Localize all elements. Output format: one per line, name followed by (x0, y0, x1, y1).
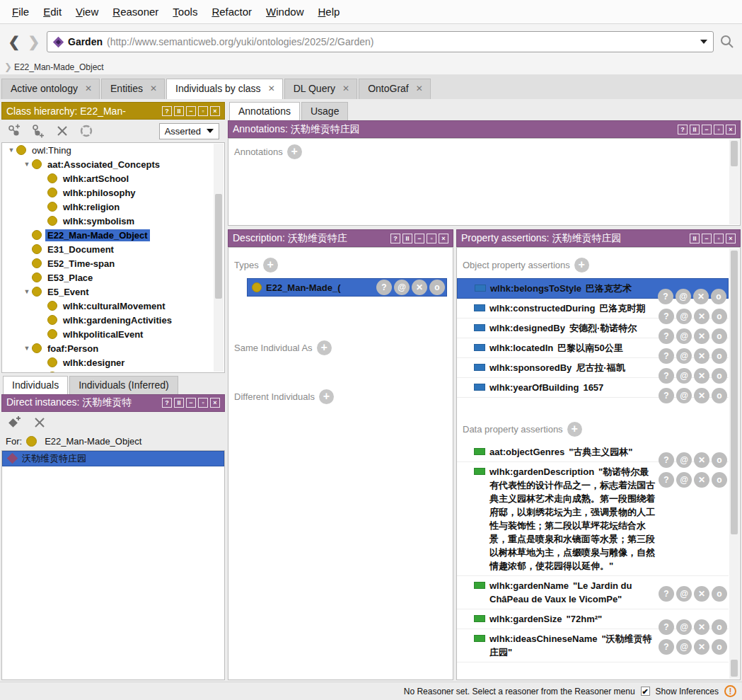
tree-row[interactable]: wlhkpoliticalEvent (2, 327, 224, 341)
tree-row[interactable]: ▼aat:Associated_Concepts (2, 157, 224, 171)
add-sibling-class-icon[interactable] (31, 124, 45, 138)
data-assertion-row[interactable]: aat:objectGenres"古典主义园林"?@✕o (457, 442, 729, 462)
float-icon[interactable]: ▫ (714, 234, 724, 243)
add-different-individuals-button[interactable]: + (319, 389, 334, 404)
expand-arrow-icon[interactable]: ▼ (22, 345, 32, 352)
show-inferences-checkbox[interactable]: ✔ (641, 687, 650, 696)
tab-usage[interactable]: Usage (301, 102, 348, 120)
close-icon[interactable]: × (726, 234, 736, 243)
warning-icon[interactable]: ! (724, 685, 736, 697)
ring-button[interactable]: o (712, 639, 727, 655)
edit-annotation-button[interactable]: ? (659, 639, 674, 655)
split-horizontal-icon[interactable]: − (415, 234, 424, 243)
close-icon[interactable]: × (210, 398, 220, 408)
object-assertion-row[interactable]: wlhk:designedBy安德烈·勒诺特尔?@✕o (457, 319, 729, 338)
search-icon[interactable] (719, 34, 735, 50)
class-tree-scrollbar[interactable] (214, 144, 224, 372)
add-annotation-button[interactable]: + (287, 144, 302, 159)
split-horizontal-icon[interactable]: − (702, 234, 712, 243)
ring-button[interactable]: o (712, 586, 727, 602)
close-icon[interactable]: × (210, 106, 220, 116)
menu-file[interactable]: File (6, 3, 35, 21)
tree-row[interactable]: wlhk:gardeningActivities (2, 313, 224, 327)
at-button[interactable]: @ (676, 639, 692, 655)
delete-row-button[interactable]: ✕ (694, 586, 709, 602)
help-icon[interactable]: ? (678, 125, 688, 134)
ring-button[interactable]: o (712, 472, 727, 488)
data-assertion-row[interactable]: wlhk:gardenName"Le Jardin du ChâPeau de … (457, 576, 729, 609)
object-assertion-row[interactable]: wlhk:sponsoredBy尼古拉·福凯?@✕o (457, 358, 729, 378)
split-horizontal-icon[interactable]: − (186, 398, 196, 408)
close-icon[interactable]: × (439, 234, 448, 243)
object-assertion-row[interactable]: wlhk:yearOfBuilding1657?@✕o (457, 378, 729, 398)
ontology-iri-combobox[interactable]: Garden (http://www.semanticweb.org/yuki/… (47, 31, 714, 52)
delete-individual-icon[interactable] (33, 415, 47, 430)
hierarchy-mode-select[interactable]: Asserted (159, 123, 219, 139)
edit-annotation-button[interactable]: ? (659, 586, 674, 602)
object-assertion-row[interactable]: wlhk:constructedDuring巴洛克时期?@✕o (457, 299, 729, 319)
edit-annotation-button[interactable]: ? (659, 472, 674, 488)
close-icon[interactable]: × (726, 125, 736, 134)
add-type-button[interactable]: + (263, 258, 278, 272)
close-tab-icon[interactable]: ✕ (85, 84, 92, 93)
float-icon[interactable]: ▫ (714, 125, 724, 134)
delete-row-button[interactable]: ✕ (694, 388, 709, 403)
tab-individuals[interactable]: Individuals (3, 376, 68, 394)
breadcrumb-label[interactable]: E22_Man-Made_Object (14, 62, 104, 72)
menu-help[interactable]: Help (311, 3, 346, 21)
split-horizontal-icon[interactable]: − (702, 125, 712, 134)
close-tab-icon[interactable]: ✕ (268, 84, 275, 93)
main-tab-individuals-by-class[interactable]: Individuals by class✕ (166, 79, 283, 99)
menu-refactor[interactable]: Refactor (205, 3, 258, 21)
tree-row[interactable]: wlhk:religion (2, 200, 224, 214)
data-assertion-row[interactable]: wlhk:gardenSize"72hm²"?@✕o (457, 609, 729, 629)
help-icon[interactable]: ? (162, 106, 172, 116)
object-assertion-row[interactable]: wlhk:belongsToStyle巴洛克艺术?@✕o (457, 278, 729, 299)
close-tab-icon[interactable]: ✕ (416, 84, 423, 93)
split-vertical-icon[interactable]: II (690, 234, 700, 243)
delete-class-icon[interactable] (55, 124, 69, 138)
data-assertion-row[interactable]: wlhk:ideasChineseName"沃勒维贡特庄园"?@✕o (457, 629, 729, 662)
split-horizontal-icon[interactable]: − (186, 106, 196, 116)
crosshair-icon[interactable] (79, 124, 93, 138)
tab-individuals-inferred[interactable]: Individuals (Inferred) (69, 376, 178, 394)
at-button[interactable]: @ (394, 280, 410, 295)
split-vertical-icon[interactable]: II (174, 106, 184, 116)
tree-row[interactable]: E31_Document (2, 242, 224, 256)
tree-row[interactable]: wlhk:sponsor (2, 369, 224, 373)
tree-row[interactable]: wlhk:philosophy (2, 185, 224, 200)
tree-row[interactable]: wlhk:culturalMovement (2, 299, 224, 313)
menu-tools[interactable]: Tools (166, 3, 204, 21)
add-individual-icon[interactable] (7, 415, 23, 430)
add-data-assertion-button[interactable]: + (567, 422, 582, 437)
at-button[interactable]: @ (676, 388, 692, 403)
delete-row-button[interactable]: ✕ (694, 639, 709, 655)
split-vertical-icon[interactable]: II (690, 125, 700, 134)
close-tab-icon[interactable]: ✕ (150, 84, 157, 93)
expand-arrow-icon[interactable]: ▼ (22, 161, 32, 168)
float-icon[interactable]: ▫ (198, 106, 208, 116)
ring-button[interactable]: o (429, 280, 445, 295)
type-row[interactable]: E22_Man-Made_( ?@✕o (247, 278, 447, 297)
tree-row[interactable]: E52_Time-span (2, 256, 224, 270)
tab-annotations[interactable]: Annotations (229, 102, 300, 120)
menu-reasoner[interactable]: Reasoner (106, 3, 165, 21)
tree-row[interactable]: E53_Place (2, 270, 224, 285)
tree-row[interactable]: E22_Man-Made_Object (2, 228, 224, 242)
tree-row[interactable]: ▼E5_Event (2, 285, 224, 299)
expand-arrow-icon[interactable]: ▼ (6, 147, 16, 154)
menu-edit[interactable]: Edit (37, 3, 68, 21)
at-button[interactable]: @ (676, 472, 692, 488)
object-assertion-row[interactable]: wlhk:locatedIn巴黎以南50公里?@✕o (457, 338, 729, 358)
expand-arrow-icon[interactable]: ▼ (22, 288, 32, 295)
delete-row-button[interactable]: ✕ (412, 280, 427, 295)
tree-row[interactable]: wlhk:artSchool (2, 171, 224, 185)
split-vertical-icon[interactable]: II (174, 398, 184, 408)
back-button[interactable]: ❮ (7, 33, 21, 50)
at-button[interactable]: @ (676, 586, 692, 602)
edit-annotation-button[interactable]: ? (376, 280, 392, 295)
tree-row[interactable]: ▼owl:Thing (2, 143, 224, 157)
add-subclass-icon[interactable] (7, 124, 21, 138)
main-tab-entities[interactable]: Entities✕ (101, 79, 165, 99)
menu-window[interactable]: Window (260, 3, 310, 21)
